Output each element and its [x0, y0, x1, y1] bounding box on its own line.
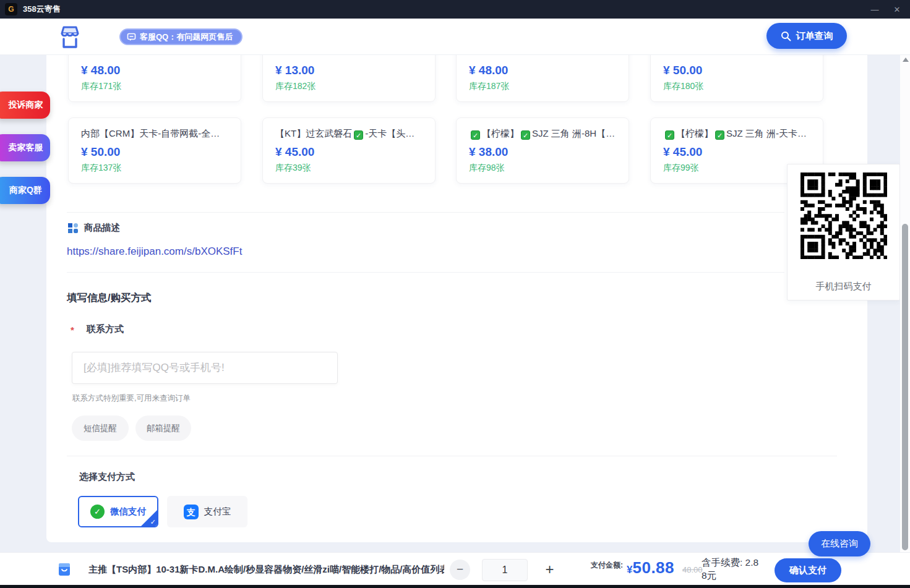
contact-hint: 联系方式特别重要,可用来查询订单 [72, 393, 191, 404]
product-stock: 库存171张 [81, 81, 121, 92]
product-price: ¥ 45.00 [275, 145, 314, 159]
product-price: ¥ 50.00 [81, 145, 120, 159]
order-query-label: 订单查询 [796, 30, 833, 42]
scrollbar [900, 55, 910, 585]
product-stock: 库存99张 [663, 163, 699, 174]
fee-note: 含手续费: 2.88元 [702, 556, 763, 582]
product-price: ¥ 50.00 [663, 64, 702, 77]
category-grid-icon [68, 223, 78, 233]
qr-code [801, 173, 887, 259]
selected-product-title: 主推【TS内部】10-31新卡D.M.A绘制/秒显容器物资/丝滑zi喵/智能楼打… [88, 564, 444, 576]
close-button[interactable]: ✕ [890, 5, 904, 14]
product-price: ¥ 13.00 [275, 64, 314, 77]
quantity-decrease-button[interactable]: − [450, 560, 470, 580]
alipay-option[interactable]: 支 支付宝 [167, 496, 247, 527]
product-stock: 库存180张 [663, 81, 703, 92]
window-title: 358云寄售 [23, 4, 61, 15]
description-link[interactable]: https://share.feijipan.com/s/bXOKSfFt [67, 245, 242, 258]
search-icon [781, 31, 791, 41]
merchant-qq-group-button[interactable]: 商家Q群 [0, 177, 50, 204]
contact-input[interactable] [72, 352, 338, 384]
product-stock: 库存39张 [275, 163, 311, 174]
divider [67, 212, 784, 213]
shopping-bag-icon [57, 562, 72, 577]
product-price: ¥ 45.00 [663, 145, 702, 159]
sms-reminder-button[interactable]: 短信提醒 [72, 415, 129, 441]
store-logo-icon[interactable] [56, 23, 84, 51]
window-bottom-edge [0, 585, 910, 588]
product-title: 【KT】过玄武磐石✓-天卡【头… [275, 128, 423, 140]
complaint-merchant-button[interactable]: 投诉商家 [0, 92, 50, 119]
wechat-icon: ✓ [90, 505, 105, 519]
product-title: 内部【CRM】天卡-自带网截-全… [81, 128, 228, 140]
product-stock: 库存137张 [81, 163, 121, 174]
form-section-heading: 填写信息/购买方式 [67, 291, 152, 305]
alipay-icon: 支 [184, 505, 199, 519]
description-heading: 商品描述 [84, 222, 120, 234]
seller-service-button[interactable]: 卖家客服 [0, 134, 50, 161]
selected-check-icon: ✓ [150, 518, 156, 526]
site-header: 客服QQ：有问题网页售后 订单查询 [0, 19, 910, 55]
customer-service-qq-badge[interactable]: 客服QQ：有问题网页售后 [119, 28, 243, 45]
product-price: ¥ 48.00 [469, 64, 508, 77]
window-titlebar: G 358云寄售 — ✕ [0, 0, 910, 19]
quantity-input[interactable] [482, 559, 528, 581]
product-price: ¥ 38.00 [469, 145, 508, 159]
chat-bubble-icon [127, 33, 136, 41]
contact-label: 联系方式 [87, 323, 124, 335]
product-stock: 库存187张 [469, 81, 509, 92]
description-header: 商品描述 [68, 222, 120, 234]
product-card[interactable]: ¥ 48.00 库存171张 [68, 55, 241, 102]
email-reminder-button[interactable]: 邮箱提醒 [135, 415, 191, 441]
order-query-button[interactable]: 订单查询 [766, 23, 847, 49]
online-chat-button[interactable]: 在线咨询 [809, 531, 870, 556]
product-card[interactable]: ¥ 13.00 库存182张 [262, 55, 436, 102]
confirm-payment-button[interactable]: 确认支付 [775, 558, 841, 582]
product-title: ✓【柠檬】✓SJZ 三角 洲-天卡… [663, 128, 810, 140]
qr-caption: 手机扫码支付 [788, 281, 899, 292]
divider [67, 272, 784, 273]
product-price: ¥ 48.00 [81, 64, 120, 77]
required-asterisk: * [71, 325, 74, 335]
divider [67, 456, 837, 456]
product-card[interactable]: ¥ 50.00 库存180张 [650, 55, 823, 102]
product-card[interactable]: ✓【柠檬】✓SJZ 三角 洲-8H【… ¥ 38.00 库存98张 [456, 117, 629, 184]
original-price: 48.00 [682, 565, 703, 574]
product-card[interactable]: 内部【CRM】天卡-自带网截-全… ¥ 50.00 库存137张 [68, 117, 241, 184]
payment-section-heading: 选择支付方式 [79, 471, 135, 483]
window-controls: — ✕ [868, 5, 904, 14]
product-title: ✓【柠檬】✓SJZ 三角 洲-8H【… [469, 128, 616, 140]
purchase-bar: 主推【TS内部】10-31新卡D.M.A绘制/秒显容器物资/丝滑zi喵/智能楼打… [0, 552, 910, 585]
app-icon: G [5, 3, 17, 15]
product-stock: 库存98张 [469, 163, 505, 174]
product-card[interactable]: ¥ 48.00 库存187张 [456, 55, 629, 102]
product-card[interactable]: 【KT】过玄武磐石✓-天卡【头… ¥ 45.00 库存39张 [262, 117, 436, 184]
product-stock: 库存182张 [275, 81, 315, 92]
qq-badge-label: 客服QQ：有问题网页售后 [140, 32, 233, 43]
qr-payment-panel: 手机扫码支付 [787, 164, 900, 300]
scrollbar-thumb[interactable] [902, 224, 908, 550]
quantity-increase-button[interactable]: + [539, 559, 560, 579]
scroll-up-arrow-icon[interactable] [903, 58, 909, 62]
amount-label: 支付金额: [591, 560, 624, 570]
minimize-button[interactable]: — [868, 5, 882, 14]
main-content-panel: ¥ 48.00 库存171张 ¥ 13.00 库存182张 ¥ 48.00 库存… [46, 55, 867, 542]
wechat-pay-option[interactable]: ✓ 微信支付 ✓ [78, 496, 158, 527]
alipay-label: 支付宝 [204, 506, 231, 518]
amount-value: 50.88 [632, 558, 674, 577]
payment-amount: ¥50.88 [627, 558, 674, 577]
